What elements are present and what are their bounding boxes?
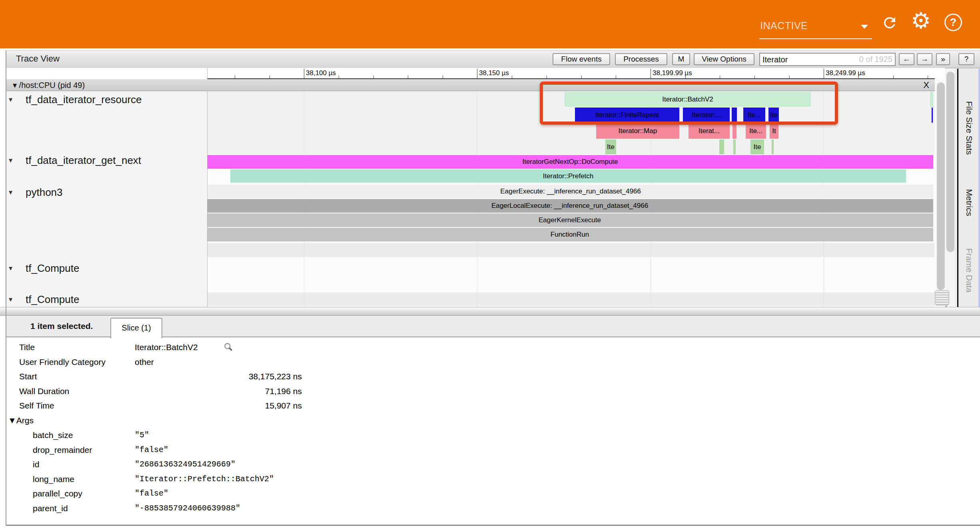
app-header: INACTIVE ⚙ ? <box>0 0 980 48</box>
arg-key: batch_size <box>33 428 133 442</box>
detail-key: User Friendly Category <box>19 355 131 369</box>
panel-left-border <box>6 50 6 526</box>
track-label-text: tf_data_iterator_get_next <box>26 154 141 166</box>
side-tab-frame-data[interactable]: Frame Data <box>962 233 976 307</box>
track-label-tf_compute[interactable]: ▾tf_Compute <box>26 293 79 306</box>
arg-key: id <box>33 457 133 472</box>
arg-value: "-8853857924060639988" <box>135 501 415 516</box>
track-label-tf_data_iterator_resource[interactable]: ▾tf_data_iterator_resource <box>26 94 142 106</box>
details-body: TitleIterator::BatchV2User Friendly Cate… <box>6 337 980 526</box>
trace-slice[interactable]: Iterator::Prefetch <box>230 169 906 183</box>
trace-slice[interactable] <box>733 139 736 154</box>
toolbar-button-view-options[interactable]: View Options <box>694 53 754 65</box>
side-tab-file-size-stats[interactable]: File Size Stats <box>962 80 976 176</box>
detail-value: Iterator::BatchV2 <box>135 340 302 355</box>
collapse-triangle-icon: ▾ <box>9 295 12 304</box>
ruler-major-tick <box>304 69 304 79</box>
arg-value: "5" <box>135 428 415 442</box>
arg-key: drop_remainder <box>33 443 133 457</box>
ruler-major-tick <box>651 69 651 79</box>
collapse-triangle-icon: ▾ <box>13 81 17 90</box>
collapse-triangle-icon: ▾ <box>9 95 12 104</box>
toolbar-button-flow-events[interactable]: Flow events <box>553 53 610 65</box>
track-group-band <box>207 243 935 257</box>
close-process-button[interactable]: X <box>923 80 929 90</box>
args-label: Args <box>16 416 34 425</box>
args-collapse-icon: ▼ <box>8 416 16 425</box>
trace-slice[interactable]: Ite <box>605 139 616 154</box>
details-bottom-border <box>6 525 980 526</box>
ruler-tick-label: 38,249.99 µs <box>826 69 865 77</box>
trace-slice[interactable]: FunctionRun <box>207 228 933 241</box>
args-section-toggle[interactable]: ▼Args <box>8 413 88 428</box>
arg-value: "2686136324951429669" <box>135 457 415 472</box>
detail-key: Title <box>19 340 131 355</box>
trace-slice[interactable] <box>719 139 724 154</box>
label-track-divider <box>207 68 208 307</box>
arg-value: "Iterator::Prefetch::BatchV2" <box>135 472 415 486</box>
magnifier-icon[interactable] <box>223 342 235 356</box>
ruler-tick-label: 38,100 µs <box>306 69 336 77</box>
next-result-button[interactable]: → <box>917 53 932 65</box>
toolbar-button-processes[interactable]: Processes <box>615 53 667 65</box>
detail-key: Self Time <box>19 398 131 413</box>
trace-slice[interactable]: Ite... <box>746 124 766 139</box>
track-label-python3[interactable]: ▾python3 <box>26 186 63 199</box>
collapse-triangle-icon: ▾ <box>9 156 12 165</box>
toolbar-button-m[interactable]: M <box>672 53 690 65</box>
collapse-triangle-icon: ▾ <box>9 264 12 273</box>
track-label-tf_data_iterator_get_next[interactable]: ▾tf_data_iterator_get_next <box>26 154 141 167</box>
sidebar-divider <box>957 69 958 316</box>
track-label-text: tf_Compute <box>26 262 79 274</box>
side-tab-metrics[interactable]: Metrics <box>962 181 976 225</box>
status-dropdown-value: INACTIVE <box>760 20 808 32</box>
trace-slice[interactable]: IteratorGetNextOp::DoCompute <box>207 155 933 169</box>
trace-slice[interactable] <box>733 124 736 139</box>
outer-scrollbar-thumb[interactable] <box>946 72 954 252</box>
arg-value: "false" <box>135 486 415 501</box>
trace-slice[interactable]: Ite <box>750 139 764 154</box>
page-title: Trace View <box>16 54 60 64</box>
refresh-icon[interactable] <box>881 14 898 31</box>
trace-slice[interactable]: It <box>770 124 778 139</box>
collapse-triangle-icon: ▾ <box>9 188 12 197</box>
trace-slice[interactable]: Iterator::Map <box>596 124 679 139</box>
trace-slice[interactable]: EagerKernelExecute <box>207 213 933 227</box>
detail-key: Start <box>19 369 131 384</box>
detail-value: 71,196 ns <box>135 384 302 398</box>
track-group-band <box>207 292 935 306</box>
trace-slice[interactable]: EagerExecute: __inference_run_dataset_49… <box>208 185 933 198</box>
panel-edge <box>978 69 980 316</box>
status-dropdown[interactable]: INACTIVE <box>759 15 872 39</box>
track-label-text: python3 <box>26 186 63 198</box>
search-box[interactable]: 0 of 1925 <box>759 53 896 66</box>
detail-value: 38,175,223 ns <box>135 369 302 384</box>
prev-result-button[interactable]: ← <box>899 53 914 65</box>
process-name: ▾ /host:CPU (pid 49) <box>13 80 85 90</box>
arg-key: parent_id <box>33 501 133 516</box>
trace-slice[interactable] <box>930 92 933 107</box>
skip-button[interactable]: » <box>936 53 950 65</box>
settings-gear-icon[interactable]: ⚙ <box>911 9 931 33</box>
arg-key: long_name <box>33 472 133 486</box>
tab-slice[interactable]: Slice (1) <box>110 318 162 338</box>
inner-scrollbar-thumb[interactable] <box>937 82 945 290</box>
search-input[interactable] <box>762 54 859 65</box>
dropdown-arrow-icon <box>861 25 868 29</box>
track-label-text: tf_Compute <box>26 293 79 305</box>
help-icon[interactable]: ? <box>944 14 962 31</box>
timeline-ruler <box>6 68 945 79</box>
track-label-text: tf_data_iterator_resource <box>26 94 142 106</box>
trace-slice[interactable] <box>772 139 774 154</box>
trace-slice[interactable] <box>932 108 933 123</box>
trace-slice[interactable]: EagerLocalExecute: __inference_run_datas… <box>207 199 933 213</box>
trace-slice[interactable]: Iterat... <box>689 124 730 139</box>
track-label-tf_compute[interactable]: ▾tf_Compute <box>26 262 79 275</box>
horizontal-splitter[interactable] <box>0 307 980 316</box>
selection-status: 1 item selected. <box>30 321 93 331</box>
help-button[interactable]: ? <box>958 53 974 65</box>
highlight-box <box>540 82 838 125</box>
arg-key: parallel_copy <box>33 486 133 501</box>
search-result-count: 0 of 1925 <box>859 55 892 64</box>
resize-grip[interactable] <box>935 290 949 305</box>
